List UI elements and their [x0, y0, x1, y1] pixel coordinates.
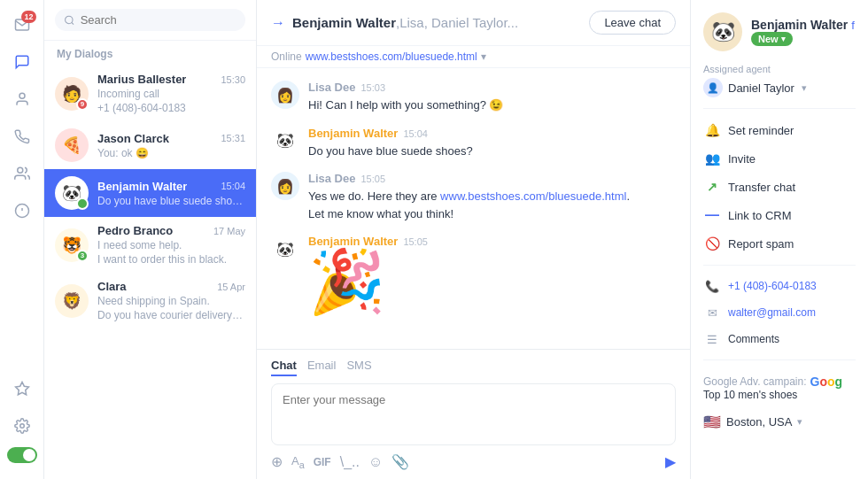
message-row: 👩 Lisa Dee 15:05 Yes we do. Here they ar… [271, 172, 676, 222]
message-time: 15:03 [360, 82, 385, 93]
dialog-item-jason[interactable]: 🍕 Jason Clarck 15:31 You: ok 😄 [44, 121, 256, 169]
dialog-panel: My Dialogs 🧑 9 Marius Ballester 15:30 In… [44, 0, 257, 479]
facebook-icon: f [851, 19, 855, 32]
dialog-info: Marius Ballester 15:30 Incoming call +1 … [97, 73, 245, 114]
text-format-icon[interactable]: Aa [291, 454, 305, 470]
contact-name: Benjamin Walter [751, 18, 848, 32]
workflow-icon[interactable] [6, 195, 38, 227]
message-avatar: 🐼 [271, 235, 299, 263]
dialog-time: 15:31 [221, 133, 245, 143]
contacts-icon[interactable] [6, 83, 38, 115]
report-spam-action[interactable]: 🚫 Report spam [703, 229, 856, 258]
location-row[interactable]: 🇺🇸 Boston, USA ▾ [703, 408, 856, 436]
search-box[interactable] [55, 9, 245, 31]
svg-point-6 [19, 424, 24, 429]
chat-arrow-icon: → [271, 15, 285, 31]
dialog-name: Benjamin Walter [97, 180, 187, 193]
settings-icon[interactable] [6, 410, 38, 442]
chat-contact-name: Benjamin Walter [292, 15, 396, 30]
message-content: Lisa Dee 15:03 Hi! Can I help with you s… [308, 81, 676, 114]
dialogs-section-title: My Dialogs [44, 41, 256, 66]
add-icon[interactable]: ⊕ [271, 453, 283, 470]
set-reminder-action[interactable]: 🔔 Set reminder [703, 116, 856, 144]
dialog-name: Marius Ballester [97, 73, 186, 86]
phone-value[interactable]: +1 (408)-604-0183 [728, 280, 817, 292]
gif-icon[interactable]: GIF [314, 456, 331, 468]
dialog-time: 17 May [213, 226, 245, 236]
chat-messages: 👩 Lisa Dee 15:03 Hi! Can I help with you… [257, 68, 690, 349]
chat-panel: → Benjamin Walter,Lisa, Daniel Taylor...… [257, 0, 691, 479]
attachment-icon[interactable]: 📎 [391, 453, 409, 470]
toggle-wrap[interactable] [7, 447, 37, 463]
dialog-time: 15:04 [221, 181, 245, 191]
dialog-item-pedro[interactable]: 🐯 3 Pedro Branco 17 May I need some help… [44, 217, 256, 273]
message-avatar: 👩 [271, 172, 299, 200]
google-section: Google Adv. campain: Goog Top 10 men's s… [703, 367, 856, 408]
transfer-chat-action[interactable]: ↗ Transfer chat [703, 173, 856, 201]
dialog-item-benjamin[interactable]: 🐼 Benjamin Walter 15:04 Do you have blue… [44, 169, 256, 217]
agent-dropdown-icon[interactable]: ▾ [802, 82, 807, 94]
comments-icon: ☰ [703, 330, 721, 348]
agent-name: Daniel Taylor [728, 81, 794, 95]
message-content: Benjamin Walter 15:04 Do you have blue s… [308, 127, 676, 160]
assigned-agent-row: 👤 Daniel Taylor ▾ [703, 78, 856, 97]
message-text: Do you have blue suede shoes? [308, 143, 676, 160]
message-link[interactable]: www.bestshoes.com/bluesuede.html [440, 189, 626, 203]
transfer-icon: ↗ [703, 178, 721, 196]
dialog-name: Pedro Branco [97, 224, 173, 237]
comments-label[interactable]: Comments [728, 333, 779, 345]
email-row: ✉ walter@gmail.com [703, 299, 856, 326]
leave-chat-button[interactable]: Leave chat [589, 11, 676, 35]
input-tab-chat[interactable]: Chat [271, 359, 297, 376]
badge-arrow-icon: ▾ [781, 35, 786, 43]
info-header: 🐼 Benjamin Walter f New ▾ [703, 12, 856, 51]
message-text: Hi! Can I help with you something? 😉 [308, 97, 676, 114]
email-icon: ✉ [703, 304, 721, 321]
message-input[interactable] [271, 383, 676, 445]
message-row: 👩 Lisa Dee 15:03 Hi! Can I help with you… [271, 81, 676, 114]
divider-1 [703, 108, 856, 109]
message-text: Yes we do. Here they are www.bestshoes.c… [308, 188, 676, 222]
dialog-time: 15:30 [221, 74, 245, 85]
dialog-item-clara[interactable]: 🦁 Clara 15 Apr Need shipping in Spain. D… [44, 273, 256, 328]
code-icon[interactable]: \_.. [340, 454, 360, 470]
google-row: Google Adv. campain: Goog [703, 375, 856, 389]
dialog-info: Clara 15 Apr Need shipping in Spain. Do … [97, 280, 245, 321]
dialog-item-marius[interactable]: 🧑 9 Marius Ballester 15:30 Incoming call… [44, 66, 256, 121]
agent-avatar: 👤 [703, 78, 723, 97]
assigned-label: Assigned agent [703, 64, 856, 74]
message-row: 🐼 Benjamin Walter 15:05 🎉 [271, 235, 676, 313]
location-arrow-icon: ▾ [797, 416, 802, 428]
phone-icon[interactable] [6, 120, 38, 152]
emoji-icon[interactable]: ☺ [368, 454, 383, 470]
input-tab-sms[interactable]: SMS [346, 359, 371, 376]
invite-action[interactable]: 👥 Invite [703, 144, 856, 173]
message-content: Benjamin Walter 15:05 🎉 [308, 235, 676, 313]
crown-icon[interactable] [6, 373, 38, 405]
email-value[interactable]: walter@gmail.com [728, 306, 816, 319]
avatar-wrap: 🐯 3 [55, 228, 89, 262]
send-button[interactable]: ▶ [665, 453, 676, 470]
status-toggle[interactable] [7, 447, 37, 463]
notifications-icon[interactable]: 12 [6, 9, 38, 41]
svg-point-7 [66, 16, 73, 23]
dialog-info: Pedro Branco 17 May I need some help. I … [97, 224, 245, 266]
dialog-name: Jason Clarck [97, 132, 169, 145]
assigned-section: Assigned agent 👤 Daniel Taylor ▾ [703, 64, 856, 97]
team-icon[interactable] [6, 158, 38, 189]
chat-url[interactable]: www.bestshoes.com/bluesuede.html [306, 50, 477, 63]
invite-icon: 👥 [703, 150, 721, 167]
chat-icon[interactable] [6, 46, 38, 78]
search-input[interactable] [81, 13, 236, 27]
divider-3 [703, 359, 856, 360]
link-crm-action[interactable]: — Link to CRM [703, 201, 856, 229]
dialog-preview: Need shipping in Spain. [97, 295, 245, 307]
dialog-time: 15 Apr [217, 282, 245, 292]
contact-avatar: 🐼 [703, 12, 742, 51]
dialog-list: 🧑 9 Marius Ballester 15:30 Incoming call… [44, 66, 256, 479]
input-tab-email[interactable]: Email [307, 359, 337, 376]
dialog-name: Clara [97, 280, 127, 293]
dialog-info: Jason Clarck 15:31 You: ok 😄 [97, 132, 245, 159]
chat-input-area: ChatEmailSMS ⊕ Aa GIF \_.. ☺ 📎 ▶ [257, 349, 690, 479]
status-badge[interactable]: New ▾ [751, 32, 793, 46]
